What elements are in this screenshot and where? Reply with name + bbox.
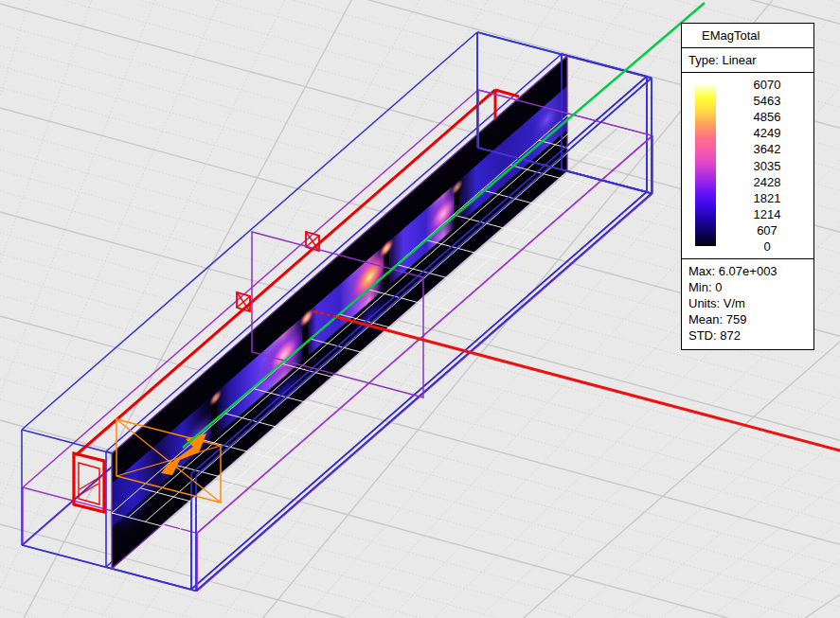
- y-axis-green: [183, 3, 705, 448]
- scale-label: 607: [737, 224, 797, 237]
- stat-mean: Mean: 759: [688, 311, 813, 327]
- scale-label: 6070: [737, 79, 797, 91]
- stat-std: STD: 872: [688, 327, 813, 344]
- scale-label: 5463: [737, 95, 797, 107]
- scale-label: 3642: [737, 143, 797, 155]
- field-legend-panel: EMagTotal Type: Linear 60705463485642493…: [681, 23, 814, 350]
- colorbar-scale-labels: 6070546348564249364230352428182112146070: [737, 73, 797, 258]
- stat-min: Min: 0: [688, 279, 813, 295]
- legend-title: EMagTotal: [682, 24, 813, 48]
- scale-label: 4249: [737, 127, 797, 139]
- legend-type-label: Type: Linear: [682, 48, 813, 73]
- colorbar: [695, 84, 716, 246]
- app-canvas: { "legend": { "title": "EMagTotal", "typ…: [0, 0, 840, 618]
- scale-label: 0: [737, 240, 797, 253]
- stat-units: Units: V/m: [688, 295, 813, 311]
- scale-label: 3035: [737, 160, 797, 172]
- scale-label: 1821: [737, 192, 797, 204]
- scale-label: 1214: [737, 208, 797, 221]
- legend-stats: Max: 6.07e+003 Min: 0 Units: V/m Mean: 7…: [682, 259, 813, 349]
- legend-color-scale: 6070546348564249364230352428182112146070: [682, 73, 813, 259]
- scale-label: 4856: [737, 111, 797, 123]
- stat-max: Max: 6.07e+003: [688, 263, 813, 279]
- field-slice-plane: [107, 56, 567, 573]
- scale-label: 2428: [737, 176, 797, 188]
